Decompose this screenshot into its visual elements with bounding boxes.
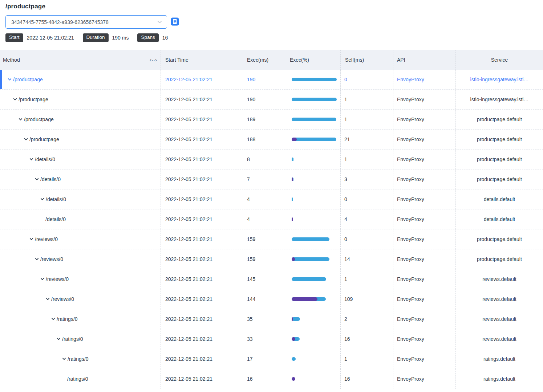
trace-table-body: /productpage2022-12-05 21:02:211900Envoy… (0, 70, 543, 389)
chevron-down-icon[interactable] (45, 297, 50, 301)
chevron-down-icon[interactable] (29, 157, 34, 162)
table-row[interactable]: /reviews/02022-12-05 21:02:211451EnvoyPr… (0, 269, 543, 289)
copy-icon (170, 17, 179, 27)
exec-ms-cell: 33 (242, 329, 285, 349)
column-header-self-ms: Self(ms) (341, 50, 393, 70)
table-row[interactable]: /ratings/02022-12-05 21:02:21171EnvoyPro… (0, 349, 543, 369)
table-row[interactable]: /ratings/02022-12-05 21:02:211616EnvoyPr… (0, 369, 543, 389)
api-cell: EnvoyProxy (393, 130, 456, 149)
method-cell[interactable]: /details/0 (0, 189, 161, 209)
exec-pct-cell (285, 329, 341, 349)
duration-bar-track (292, 337, 337, 341)
service-name: productpage.default (477, 176, 522, 182)
chevron-down-icon[interactable] (24, 137, 28, 142)
method-cell[interactable]: /productpage (0, 110, 161, 129)
spans-badge: Spans (137, 33, 158, 42)
table-row[interactable]: /productpage2022-12-05 21:02:211900Envoy… (0, 70, 543, 90)
self-ms-cell: 0 (341, 189, 393, 209)
table-row[interactable]: /reviews/02022-12-05 21:02:211590EnvoyPr… (0, 229, 543, 249)
exec-pct-cell (285, 349, 341, 369)
exec-duration-bar (292, 78, 337, 81)
chevron-down-icon[interactable] (56, 336, 61, 341)
table-row[interactable]: /details/02022-12-05 21:02:2181EnvoyProx… (0, 150, 543, 170)
method-cell[interactable]: /productpage (0, 130, 161, 149)
method-cell[interactable]: /details/0 (0, 209, 161, 229)
start-time-cell: 2022-12-05 21:02:21 (161, 130, 242, 149)
method-cell[interactable]: /ratings/0 (0, 309, 161, 329)
table-row[interactable]: /productpage2022-12-05 21:02:2118821Envo… (0, 130, 543, 150)
api-cell: EnvoyProxy (393, 70, 456, 89)
duration-bar-track (292, 297, 337, 301)
self-ms-cell: 21 (341, 130, 393, 149)
self-duration-bar (292, 177, 293, 181)
method-cell[interactable]: /details/0 (0, 170, 161, 189)
method-cell[interactable]: /details/0 (0, 150, 161, 169)
self-ms-cell: 14 (341, 249, 393, 269)
span-method-label: /details/0 (45, 216, 66, 222)
exec-ms-cell: 190 (242, 70, 285, 89)
table-row[interactable]: /details/02022-12-05 21:02:2173EnvoyProx… (0, 170, 543, 189)
method-cell[interactable]: /ratings/0 (0, 329, 161, 349)
start-time-cell: 2022-12-05 21:02:21 (161, 90, 242, 109)
exec-pct-cell (285, 209, 341, 229)
span-method-label: /ratings/0 (67, 376, 88, 382)
table-row[interactable]: /reviews/02022-12-05 21:02:2115914EnvoyP… (0, 249, 543, 269)
start-time-cell: 2022-12-05 21:02:21 (161, 249, 242, 269)
chevron-down-icon[interactable] (29, 237, 34, 241)
exec-duration-bar (292, 337, 300, 341)
table-row[interactable]: /productpage2022-12-05 21:02:211901Envoy… (0, 90, 543, 110)
exec-duration-bar (292, 277, 326, 281)
duration-bar-track (292, 118, 337, 121)
method-inner: /reviews/0 (0, 296, 161, 302)
chevron-down-icon[interactable] (51, 317, 56, 321)
method-cell[interactable]: /reviews/0 (0, 269, 161, 289)
duration-bar-track (292, 98, 337, 101)
chevron-down-icon[interactable] (40, 197, 45, 201)
exec-pct-cell (285, 150, 341, 169)
api-cell: EnvoyProxy (393, 269, 456, 289)
self-duration-bar (292, 317, 293, 321)
trace-span-table: Method ‹··› Start Time Exec(ms) Exec(%) … (0, 50, 543, 389)
table-row[interactable]: /ratings/02022-12-05 21:02:21352EnvoyPro… (0, 309, 543, 329)
service-name: details.default (484, 196, 515, 202)
table-row[interactable]: /ratings/02022-12-05 21:02:213316EnvoyPr… (0, 329, 543, 349)
service-name: details.default (484, 216, 515, 222)
start-badge: Start (5, 33, 23, 42)
api-cell: EnvoyProxy (393, 229, 456, 249)
chevron-down-icon[interactable] (40, 277, 45, 281)
duration-bar-track (292, 78, 337, 81)
exec-ms-cell: 17 (242, 349, 285, 369)
method-inner: /ratings/0 (0, 356, 161, 362)
table-row[interactable]: /productpage2022-12-05 21:02:211891Envoy… (0, 110, 543, 130)
service-name: reviews.default (482, 296, 516, 302)
method-inner: /reviews/0 (0, 236, 161, 242)
exec-duration-bar (292, 237, 329, 241)
column-resize-icon[interactable]: ‹··› (150, 57, 157, 63)
chevron-down-icon[interactable] (7, 77, 12, 82)
method-cell[interactable]: /reviews/0 (0, 249, 161, 269)
service-cell: reviews.default (456, 289, 543, 309)
copy-trace-id-button[interactable] (170, 17, 179, 27)
trace-id-select[interactable]: 34347445-7755-4842-a939-623656745378 (5, 15, 167, 29)
method-cell[interactable]: /reviews/0 (0, 289, 161, 309)
spans-value: 16 (162, 35, 168, 41)
chevron-down-icon[interactable] (13, 97, 17, 102)
method-cell[interactable]: /productpage (0, 90, 161, 109)
span-method-label: /productpage (19, 97, 48, 102)
exec-pct-cell (285, 130, 341, 149)
table-row[interactable]: /details/02022-12-05 21:02:2144EnvoyProx… (0, 209, 543, 229)
method-cell[interactable]: /ratings/0 (0, 349, 161, 369)
method-cell[interactable]: /productpage (0, 70, 161, 89)
table-row[interactable]: /details/02022-12-05 21:02:2140EnvoyProx… (0, 189, 543, 209)
service-name: productpage.default (477, 236, 522, 242)
chevron-down-icon[interactable] (35, 257, 39, 261)
exec-ms-cell: 159 (242, 249, 285, 269)
duration-value: 190 ms (112, 35, 129, 41)
table-row[interactable]: /reviews/02022-12-05 21:02:21144109Envoy… (0, 289, 543, 309)
method-cell[interactable]: /ratings/0 (0, 369, 161, 389)
chevron-down-icon[interactable] (35, 177, 39, 181)
duration-bar-track (292, 357, 337, 361)
chevron-down-icon[interactable] (62, 356, 66, 361)
chevron-down-icon[interactable] (18, 117, 23, 122)
method-cell[interactable]: /reviews/0 (0, 229, 161, 249)
